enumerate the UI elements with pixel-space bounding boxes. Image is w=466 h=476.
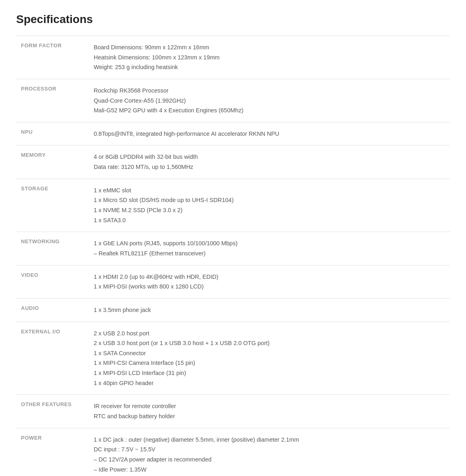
spec-label: PROCESSOR	[16, 79, 89, 122]
spec-value: 1 x eMMC slot1 x Micro SD slot (DS/HS mo…	[89, 179, 450, 232]
page-title: Specifications	[16, 13, 450, 26]
specifications-table: FORM FACTORBoard Dimensions: 90mm x 122m…	[16, 36, 450, 476]
spec-value: 2 x USB 2.0 host port2 x USB 3.0 host po…	[89, 322, 450, 395]
spec-label: NETWORKING	[16, 232, 89, 265]
spec-value: Rockchip RK3568 ProcessorQuad-Core Corte…	[89, 79, 450, 122]
table-row: NETWORKING1 x GbE LAN ports (RJ45, suppo…	[16, 232, 450, 265]
table-row: POWER1 x DC jack : outer (negative) diam…	[16, 428, 450, 476]
table-row: VIDEO1 x HDMI 2.0 (up to 4K@60Hz with HD…	[16, 265, 450, 298]
spec-label: STORAGE	[16, 179, 89, 232]
spec-label: OTHER FEATURES	[16, 395, 89, 428]
table-row: EXTERNAL I/O2 x USB 2.0 host port2 x USB…	[16, 322, 450, 395]
spec-value: 1 x GbE LAN ports (RJ45, supports 10/100…	[89, 232, 450, 265]
table-row: OTHER FEATURESIR receiver for remote con…	[16, 395, 450, 428]
table-row: MEMORY4 or 8GiB LPDDR4 with 32-bit bus w…	[16, 145, 450, 179]
spec-value: IR receiver for remote controllerRTC and…	[89, 395, 450, 428]
spec-label: VIDEO	[16, 265, 89, 298]
table-row: STORAGE1 x eMMC slot1 x Micro SD slot (D…	[16, 179, 450, 232]
table-row: NPU0.8Tops@INT8, integrated high-perform…	[16, 122, 450, 145]
table-row: PROCESSORRockchip RK3568 ProcessorQuad-C…	[16, 79, 450, 122]
spec-label: AUDIO	[16, 298, 89, 322]
spec-value: 4 or 8GiB LPDDR4 with 32-bit bus widthDa…	[89, 145, 450, 179]
spec-value: 1 x DC jack : outer (negative) diameter …	[89, 428, 450, 476]
spec-value: 1 x HDMI 2.0 (up to 4K@60Hz with HDR, ED…	[89, 265, 450, 298]
spec-label: POWER	[16, 428, 89, 476]
table-row: AUDIO1 x 3.5mm phone jack	[16, 298, 450, 322]
spec-label: FORM FACTOR	[16, 36, 89, 79]
spec-label: MEMORY	[16, 145, 89, 179]
table-row: FORM FACTORBoard Dimensions: 90mm x 122m…	[16, 36, 450, 79]
spec-value: 0.8Tops@INT8, integrated high-performanc…	[89, 122, 450, 145]
spec-label: NPU	[16, 122, 89, 145]
spec-value: 1 x 3.5mm phone jack	[89, 298, 450, 322]
spec-label: EXTERNAL I/O	[16, 322, 89, 395]
spec-value: Board Dimensions: 90mm x 122mm x 16mmHea…	[89, 36, 450, 79]
